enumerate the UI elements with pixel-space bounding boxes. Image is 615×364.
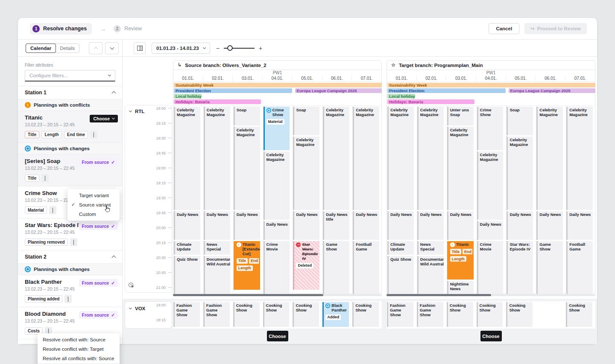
planning-card[interactable]: Star Wars: Episode IV13.02.23 – 20:15 – … [18, 218, 122, 250]
calendar-event-normal[interactable]: Daily News [417, 211, 444, 240]
tab-details[interactable]: Details [56, 44, 79, 52]
resolve-menu-item[interactable]: Resolve conflict with: Target [38, 344, 120, 354]
calendar-event-normal[interactable]: Daily News [264, 221, 290, 240]
calendar-event-normal[interactable]: Crime Movie [477, 241, 504, 294]
calendar-event-normal[interactable]: Celebrity Magazine [174, 107, 200, 210]
more-tags-button[interactable] [41, 174, 49, 182]
calendar-event-normal[interactable]: Crime Movie [264, 241, 290, 294]
calendar-event-normal[interactable]: Daily News [536, 211, 563, 240]
campaign-banner[interactable]: President Election [174, 88, 292, 93]
variant-menu-item[interactable]: Custom [67, 210, 120, 219]
calendar-event-normal[interactable]: Star Wars: Episode IV [507, 241, 533, 294]
choose-source-button[interactable]: Choose [267, 331, 288, 341]
planning-card[interactable]: Titanic13.02.23 – 20:15 – 22:45ChooseTit… [18, 111, 122, 143]
campaign-banner[interactable]: Holidays: Bavaria [387, 99, 474, 104]
calendar-event-normal[interactable]: Unter uns Soap [447, 107, 474, 125]
from-source-chip[interactable]: From source✓ [79, 311, 118, 319]
calendar-event-selected[interactable]: Crime ShowMaterial [264, 107, 290, 150]
calendar-event-selected[interactable]: Black PantherAdded [322, 302, 349, 327]
scrollbar-thumb[interactable] [387, 294, 491, 296]
calendar-event-normal[interactable]: Fashion Game Show [203, 302, 230, 327]
scrollbar-thumb[interactable] [173, 294, 323, 296]
campaign-banner[interactable]: Sustainability Week [387, 83, 595, 87]
zoom-in-button[interactable]: + [259, 45, 262, 52]
calendar-event-normal[interactable]: Football Game [566, 241, 593, 294]
calendar-event-normal[interactable]: Celebrity Magazine [234, 127, 260, 210]
calendar-event-normal[interactable]: Game Show [323, 241, 349, 294]
calendar-event-normal[interactable]: Daily News [507, 211, 533, 240]
zoom-out-button[interactable]: − [216, 45, 220, 52]
calendar-event-normal[interactable]: Documentary: Wild Australia [204, 256, 230, 294]
calendar-event-normal[interactable]: Celebrity Magazine [293, 137, 319, 210]
variant-menu-item[interactable]: Target variant [67, 191, 120, 200]
calendar-event-normal[interactable]: Cooking Show [447, 302, 473, 327]
calendar-event-normal[interactable]: Daily News [353, 211, 379, 240]
station-row-header[interactable]: RTL [129, 109, 144, 114]
calendar-event-normal[interactable]: Celebrity Magazine [417, 107, 444, 210]
calendar-event-normal[interactable]: Celebrity Magazine [323, 107, 349, 210]
calendar-event-normal[interactable]: Celebrity Magazine [204, 107, 230, 210]
prev-conflict-button[interactable] [89, 42, 102, 54]
calendar-event-normal[interactable]: Daily News [204, 211, 230, 240]
configure-filters-select[interactable]: Configure filters... [25, 70, 115, 82]
planning-card[interactable]: [Series] Soap13.02.23 – 20:15 – 22:45Fro… [18, 154, 122, 186]
calendar-event-normal[interactable]: Fashion Game Show [417, 302, 443, 327]
calendar-event-normal[interactable]: Football Game [353, 241, 379, 294]
calendar-event-normal[interactable]: Soap [293, 107, 319, 135]
more-tags-button[interactable] [64, 295, 72, 303]
campaign-banner[interactable]: Sustainability Week [174, 83, 382, 87]
calendar-event-normal[interactable]: News Special [204, 241, 230, 255]
calendar-event-normal[interactable]: Documentary: Wild Australia [417, 256, 444, 294]
calendar-event-normal[interactable]: Fashion Game Show [387, 302, 413, 327]
date-range-select[interactable]: 01.01.23 - 14.01.23 [152, 43, 210, 54]
calendar-event-normal[interactable]: Celebrity Magazine [536, 107, 563, 210]
calendar-event-normal[interactable]: Cooking Show [263, 302, 290, 327]
more-tags-button[interactable] [90, 131, 97, 139]
campaign-banner[interactable]: Local holiday:... [174, 94, 202, 99]
zoom-slider-knob[interactable] [227, 45, 233, 51]
calendar-event-normal[interactable]: Celebrity Magazine [447, 127, 474, 210]
resolve-menu-item[interactable]: Resolve conflict with: Source [38, 335, 120, 344]
calendar-event-deleted[interactable]: Star Wars: Episode IVDeleted [293, 241, 319, 290]
station-row-header[interactable]: VOX [129, 306, 145, 311]
calendar-event-normal[interactable]: Climate Update [174, 241, 200, 255]
planning-card[interactable]: Black Panther13.02.23 – 20:15 – 22:45Fro… [18, 275, 122, 307]
campaign-banner[interactable]: Europa League Campaign 2025 [295, 88, 382, 93]
choose-target-button[interactable]: Choose [480, 331, 502, 341]
calendar-event-normal[interactable]: Soap [507, 107, 533, 135]
calendar-event-normal[interactable]: Celebrity Magazine [264, 151, 290, 220]
calendar-event-normal[interactable]: Quiz Show [174, 256, 200, 294]
calendar-event-normal[interactable]: Nighttime News [447, 281, 474, 294]
calendar-event-normal[interactable]: Cooking Show [566, 302, 592, 327]
calendar-event-normal[interactable]: Daily News title [323, 211, 349, 240]
calendar-event-conflict[interactable]: !Titanic [Extended Cut]TitleEnd timeLeng… [234, 241, 260, 290]
step-review[interactable]: 2 Review [114, 25, 142, 32]
proceed-to-review-button[interactable]: ↪ Proceed to Review [524, 23, 587, 34]
calendar-event-normal[interactable]: Celebrity Magazine [387, 107, 414, 210]
campaign-banner[interactable]: Europa League Campaign 2025 [509, 88, 595, 93]
calendar-event-normal[interactable]: Daily News [477, 221, 504, 240]
calendar-event-normal[interactable]: Celebrity Magazine [477, 151, 504, 220]
resolve-menu-item[interactable]: Resolve all conflicts with: Source [38, 354, 120, 363]
calendar-event-conflict[interactable]: !TitanicTitleEnd timeLength [447, 241, 474, 280]
calendar-event-normal[interactable]: Daily News [387, 211, 414, 240]
more-tags-button[interactable] [70, 238, 77, 246]
tab-calendar[interactable]: Calendar [26, 44, 56, 53]
cancel-button[interactable]: Cancel [489, 23, 519, 34]
calendar-event-normal[interactable]: Celebrity Magazine [566, 107, 593, 210]
calendar-event-normal[interactable]: Crime Show [477, 107, 504, 150]
step-resolve-changes[interactable]: 1 Resolve changes [30, 23, 92, 35]
calendar-event-normal[interactable]: Cooking Show [233, 302, 260, 327]
station-section-header[interactable]: Station 1 [18, 86, 122, 99]
next-conflict-button[interactable] [105, 42, 119, 54]
campaign-banner[interactable]: Holidays: Bavaria [174, 99, 261, 104]
calendar-event-normal[interactable]: Daily News [293, 211, 319, 240]
calendar-event-normal[interactable]: Soap [234, 107, 260, 125]
from-source-chip[interactable]: From source✓ [79, 279, 118, 287]
campaign-banner[interactable]: President Election [387, 88, 506, 93]
calendar-event-normal[interactable]: Cooking Show [506, 302, 533, 327]
calendar-event-normal[interactable]: Celebrity Magazine [353, 107, 379, 210]
variant-menu-item[interactable]: ✓Source variant [67, 200, 120, 210]
calendar-event-normal[interactable]: Climate Update [387, 241, 414, 255]
calendar-event-normal[interactable]: Game Show [536, 241, 563, 294]
